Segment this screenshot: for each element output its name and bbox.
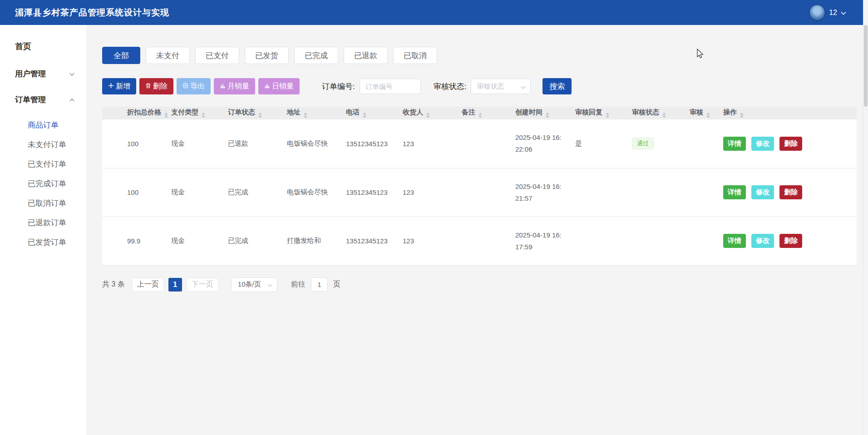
column-header-pay-type[interactable]: 支付类型 [166,107,222,119]
cell-remark [456,217,510,265]
row-delete-button[interactable]: 删除 [779,137,802,151]
audit-status-select[interactable]: 审核状态 [471,79,531,94]
cell-audit [684,168,718,217]
status-badge: 通过 [632,138,654,149]
next-page-button[interactable]: 下一页 [187,278,218,292]
sort-icon[interactable] [546,113,549,118]
sidebar-group-user-management[interactable]: 用户管理 [0,61,86,87]
tab-cancelled[interactable]: 已取消 [393,47,437,64]
tab-all[interactable]: 全部 [102,47,140,64]
table-row: 100 现金 已退款 电饭锅会尽快 13512345123 123 2025-0… [102,119,857,168]
column-header-receiver[interactable]: 收货人 [397,107,456,119]
row-delete-button[interactable]: 删除 [779,185,802,199]
user-menu[interactable]: 12 [809,5,846,21]
column-header-created[interactable]: 创建时间 [510,107,570,119]
sidebar-item-cancelled-orders[interactable]: 已取消订单 [0,193,86,213]
cell-audit-reply: 是 [570,119,626,168]
sidebar-item-product-orders[interactable]: 商品订单 [0,115,86,135]
cell-audit [684,119,718,168]
cell-pay-type: 现金 [166,119,222,168]
cell-address: 打撒发给和 [281,217,340,265]
plus-icon [108,82,114,90]
column-header-audit-status[interactable]: 审核状态 [626,107,684,119]
scrollbar-thumb[interactable] [864,25,868,107]
sort-icon[interactable] [606,113,609,118]
sort-icon[interactable] [258,113,262,118]
page-number-1[interactable]: 1 [168,278,182,292]
status-filter-tabs: 全部 未支付 已支付 已发货 已完成 已退款 已取消 [102,47,863,64]
column-header-address[interactable]: 地址 [281,107,340,119]
order-no-input[interactable] [360,79,421,94]
user-avatar[interactable] [809,5,825,21]
sort-icon[interactable] [202,113,205,118]
cell-pay-type: 现金 [166,217,222,265]
chevron-down-icon [69,69,75,79]
cell-order-status: 已完成 [222,217,281,265]
column-header-actions[interactable]: 操作 [718,107,857,119]
table-header-row: 折扣总价格 支付类型 订单状态 地址 电话 收货人 备注 创建时间 审核回复 审… [102,107,857,119]
table-row: 99.9 现金 已完成 打撒发给和 13512345123 123 2025-0… [102,217,857,265]
cell-price: 100 [102,168,166,217]
column-header-audit[interactable]: 审核 [684,107,718,119]
tab-unpaid[interactable]: 未支付 [146,47,190,64]
sidebar-group-label: 订单管理 [15,94,46,105]
cell-receiver: 123 [397,119,456,168]
pagination: 共 3 条 上一页 1 下一页 10条/页 前往 页 [102,277,863,292]
column-header-order-status[interactable]: 订单状态 [222,107,281,119]
column-header-remark[interactable]: 备注 [456,107,510,119]
detail-button[interactable]: 详情 [723,137,746,151]
sidebar-item-home[interactable]: 首页 [0,37,86,61]
export-button[interactable]: 导出 [177,78,211,94]
sidebar-group-label: 用户管理 [15,69,46,79]
edit-button[interactable]: 修改 [751,137,774,151]
tab-completed[interactable]: 已完成 [294,47,338,64]
chevron-down-icon [521,83,526,90]
sort-icon[interactable] [426,113,430,118]
page-size-select[interactable]: 10条/页 [231,277,277,292]
sort-icon[interactable] [164,113,168,118]
cell-audit-status: 通过 [626,119,684,168]
sort-icon[interactable] [478,113,482,118]
delete-button[interactable]: 删除 [139,78,173,94]
sidebar-item-completed-orders[interactable]: 已完成订单 [0,174,86,193]
column-header-price[interactable]: 折扣总价格 [102,107,166,119]
page-unit-label: 页 [333,280,340,289]
sort-icon[interactable] [363,113,366,118]
sidebar-item-paid-orders[interactable]: 已支付订单 [0,154,86,174]
orders-table: 折扣总价格 支付类型 订单状态 地址 电话 收货人 备注 创建时间 审核回复 审… [102,107,857,266]
order-no-label: 订单编号: [322,81,355,92]
sort-icon[interactable] [304,113,307,118]
sort-icon[interactable] [706,113,710,118]
day-sales-button[interactable]: 日销量 [258,78,300,94]
row-delete-button[interactable]: 删除 [779,234,802,248]
total-count: 共 3 条 [102,280,125,289]
sort-icon[interactable] [740,113,744,118]
tab-shipped[interactable]: 已发货 [245,47,289,64]
app-header: 湄潭县乡村茶产品管理系统设计与实现 12 [0,0,868,25]
tab-refunded[interactable]: 已退款 [344,47,388,64]
detail-button[interactable]: 详情 [723,185,746,199]
sort-icon[interactable] [662,113,666,118]
sidebar-item-shipped-orders[interactable]: 已发货订单 [0,232,86,252]
search-button[interactable]: 搜索 [542,78,572,94]
prev-page-button[interactable]: 上一页 [132,278,164,292]
goto-page-input[interactable] [311,277,328,292]
column-header-phone[interactable]: 电话 [340,107,397,119]
month-sales-button[interactable]: 月销量 [214,78,255,94]
cell-receiver: 123 [397,168,456,217]
bar-chart-icon [220,82,226,90]
chevron-up-icon [69,95,75,104]
tab-paid[interactable]: 已支付 [195,47,239,64]
sidebar-item-refunded-orders[interactable]: 已退款订单 [0,213,86,232]
add-button[interactable]: 新增 [102,78,136,94]
export-icon [182,82,188,90]
sidebar-item-unpaid-orders[interactable]: 未支付订单 [0,135,86,154]
edit-button[interactable]: 修改 [751,185,774,199]
cell-address: 电饭锅会尽快 [281,119,340,168]
chevron-down-icon [267,281,272,288]
cell-created: 2025-04-19 16:21:57 [510,168,570,217]
sidebar-group-order-management[interactable]: 订单管理 [0,87,86,113]
column-header-audit-reply[interactable]: 审核回复 [570,107,626,119]
detail-button[interactable]: 详情 [723,234,746,248]
edit-button[interactable]: 修改 [751,234,774,248]
